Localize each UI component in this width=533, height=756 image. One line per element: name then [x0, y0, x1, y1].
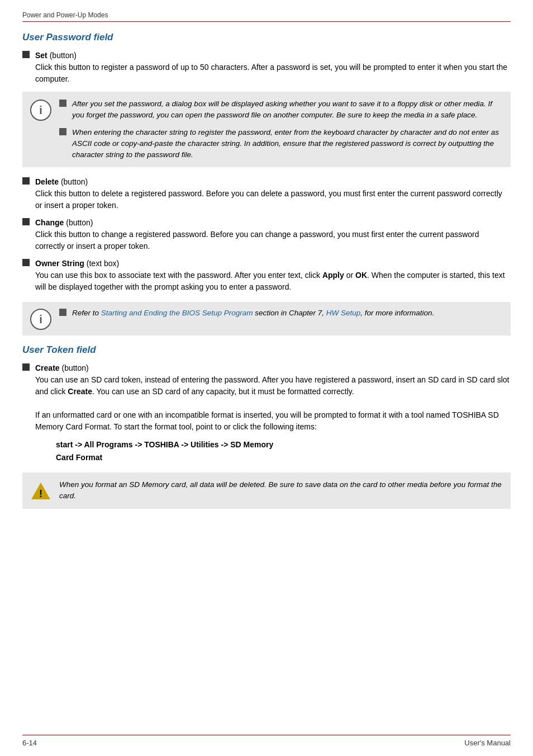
bullet-change: Change (button) Click this button to cha…	[22, 217, 511, 252]
info-box-1-content: After you set the password, a dialog box…	[59, 98, 503, 160]
refer-box-content: Refer to Starting and Ending the BIOS Se…	[59, 308, 434, 319]
breadcrumb: Power and Power-Up Modes	[22, 11, 108, 19]
refer-link-1[interactable]: Starting and Ending the BIOS Setup Progr…	[101, 309, 253, 317]
bullet-square-owner-icon	[22, 259, 30, 266]
warning-triangle-svg: !	[30, 480, 51, 502]
code-block: start -> All Programs -> TOSHIBA -> Util…	[56, 438, 511, 464]
info-bullet-2: When entering the character string to re…	[59, 127, 503, 161]
bullet-set-content: Set (button) Click this button to regist…	[35, 50, 511, 85]
section-title-token: User Token field	[22, 344, 511, 356]
bullet-delete: Delete (button) Click this button to del…	[22, 176, 511, 211]
bullet-owner-content: Owner String (text box) You can use this…	[35, 258, 511, 293]
bullet-delete-label: Delete	[35, 177, 59, 186]
bullet-square-delete-icon	[22, 177, 30, 185]
bullet-delete-suffix: (button)	[59, 177, 88, 186]
bullet-square-change-icon	[22, 218, 30, 225]
manual-title: User's Manual	[464, 739, 511, 747]
bullet-owner-body: You can use this box to associate text w…	[35, 271, 505, 291]
info-box-1: i After you set the password, a dialog b…	[22, 92, 511, 167]
refer-box: i Refer to Starting and Ending the BIOS …	[22, 302, 511, 336]
bullet-create-body2: If an unformatted card or one with an in…	[35, 410, 499, 431]
warning-box: ! When you format an SD Memory card, all…	[22, 472, 511, 509]
bullet-change-body: Click this button to change a registered…	[35, 230, 479, 251]
bullet-set-body: Click this button to register a password…	[35, 63, 507, 83]
info-bullet-text-1: After you set the password, a dialog box…	[72, 98, 503, 121]
info-icon-1: i	[30, 100, 51, 121]
info-bullet-square-2	[59, 128, 66, 135]
bullet-set-label: Set	[35, 51, 47, 60]
bullet-delete-body: Click this button to delete a registered…	[35, 189, 502, 210]
refer-link-2[interactable]: HW Setup	[326, 309, 361, 317]
refer-text: Refer to Starting and Ending the BIOS Se…	[72, 308, 434, 319]
bullet-change-label: Change	[35, 218, 64, 227]
page-number: 6-14	[22, 739, 37, 747]
bullet-square-create-icon	[22, 363, 30, 371]
bullet-create-label: Create	[35, 363, 60, 372]
bullet-create: Create (button) You can use an SD card t…	[22, 362, 511, 433]
section-title-password: User Password field	[22, 32, 511, 43]
info-bullet-text-2: When entering the character string to re…	[72, 127, 503, 161]
page-footer: 6-14 User's Manual	[22, 735, 511, 747]
bullet-owner-suffix: (text box)	[84, 259, 119, 268]
info-icon-2: i	[30, 309, 51, 330]
bullet-create-content: Create (button) You can use an SD card t…	[35, 362, 511, 433]
bullet-owner-string: Owner String (text box) You can use this…	[22, 258, 511, 293]
info-bullet-square-1	[59, 100, 66, 107]
warning-icon: !	[30, 480, 51, 502]
bullet-delete-content: Delete (button) Click this button to del…	[35, 176, 511, 211]
section-user-token: User Token field Create (button) You can…	[22, 344, 511, 508]
info-bullet-1: After you set the password, a dialog box…	[59, 98, 503, 121]
bullet-set: Set (button) Click this button to regist…	[22, 50, 511, 85]
section-user-password: User Password field Set (button) Click t…	[22, 32, 511, 336]
bullet-square-icon	[22, 51, 30, 58]
bullet-set-suffix: (button)	[47, 51, 77, 60]
bullet-create-body1: You can use an SD card token, instead of…	[35, 375, 510, 396]
refer-bullet: Refer to Starting and Ending the BIOS Se…	[59, 308, 434, 319]
svg-text:!: !	[39, 488, 42, 499]
bullet-change-suffix: (button)	[64, 218, 93, 227]
bullet-owner-label: Owner String	[35, 259, 84, 268]
bullet-create-suffix: (button)	[60, 363, 89, 372]
bullet-change-content: Change (button) Click this button to cha…	[35, 217, 511, 252]
page-header: Power and Power-Up Modes	[22, 10, 511, 22]
refer-bullet-square	[59, 309, 66, 316]
warning-text: When you format an SD Memory card, all d…	[59, 479, 503, 502]
